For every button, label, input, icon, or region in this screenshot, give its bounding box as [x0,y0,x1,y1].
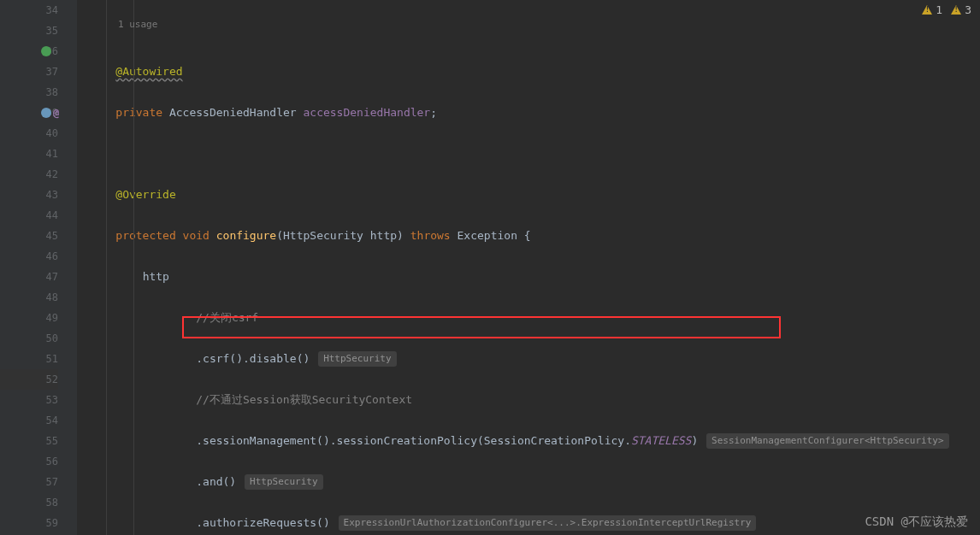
line-number: 49 [0,308,58,328]
line-number: 44 [0,205,58,226]
line-number: 52 [0,369,58,390]
method-name: configure [216,229,276,242]
line-number: 38 [0,82,58,103]
warning-count: 1 [936,3,942,16]
warning-icon [951,5,961,15]
override-icon[interactable] [41,108,51,118]
line-number: 40 [0,123,58,144]
line-number: 51 [0,349,58,369]
code-editor[interactable]: @Autowired private AccessDeniedHandler a… [77,0,980,535]
comment: //不通过Session获取SecurityContext [196,393,412,406]
line-number: 35 [0,21,58,41]
line-number: 36 [0,41,58,62]
type-hint: SessionManagementConfigurer<HttpSecurity… [706,433,949,449]
line-number: 34 [0,0,58,21]
line-number: 56 [0,451,58,472]
type-hint: HttpSecurity [245,474,322,490]
spring-bean-icon[interactable] [41,46,51,56]
line-number: 58 [0,492,58,513]
at-icon: @ [53,103,59,123]
line-number-gutter: 34 35 36 37 38 39@ 40 41 42 43 44 45 46 … [0,0,77,535]
line-number: 54 [0,410,58,431]
line-number: 47 [0,267,58,287]
line-number: 39@ [0,103,58,123]
type-hint: HttpSecurity [318,351,396,367]
annotation: @Override [115,188,175,201]
annotation: @Autowired [115,65,182,78]
line-number: 53 [0,390,58,410]
line-number: 50 [0,328,58,349]
line-number: 46 [0,246,58,267]
warning-count: 3 [965,3,971,16]
line-number: 42 [0,164,58,185]
line-number: 55 [0,431,58,451]
line-number: 43 [0,185,58,205]
line-number: 45 [0,226,58,246]
line-number: 57 [0,472,58,492]
usage-hint[interactable]: 1 usage [118,19,157,30]
line-number: 48 [0,287,58,308]
line-number: 41 [0,144,58,164]
warning-icon [922,5,932,15]
line-number: 37 [0,62,58,82]
watermark: CSDN @不应该热爱 [865,514,968,530]
type-hint: ExpressionUrlAuthorizationConfigurer<...… [339,515,757,531]
line-number: 59 [0,513,58,533]
inspections-widget[interactable]: 1 3 [922,3,971,16]
comment: //关闭csrf [196,311,258,324]
